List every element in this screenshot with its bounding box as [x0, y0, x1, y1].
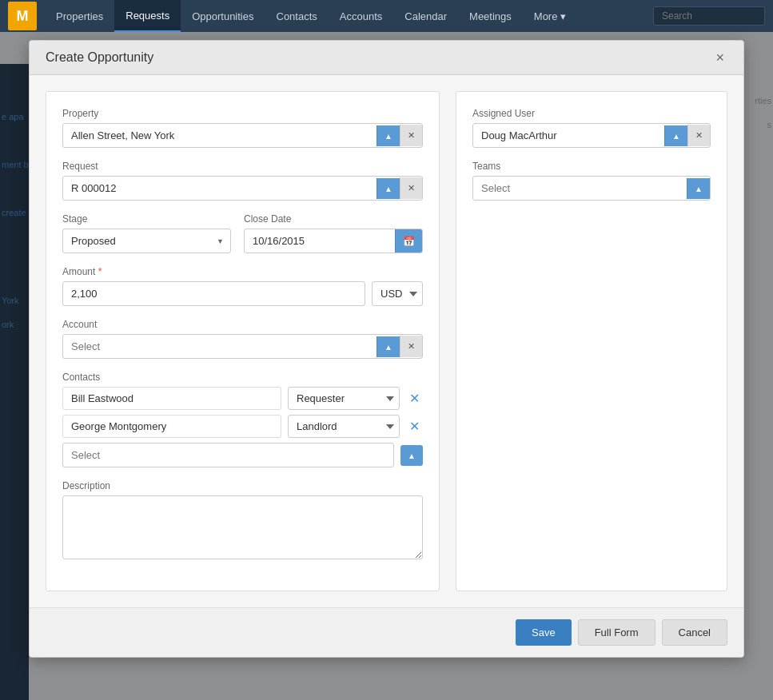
request-clear-button[interactable] [400, 177, 422, 199]
create-opportunity-modal: Create Opportunity × Property Reque [29, 40, 744, 658]
nav-more[interactable]: More ▾ [523, 0, 577, 32]
contacts-section: Contacts Requester Landlord Buyer Seller… [62, 372, 423, 467]
contacts-label: Contacts [62, 372, 423, 383]
request-label: Request [62, 161, 423, 172]
teams-group: Teams [472, 161, 711, 201]
account-group: Account [62, 319, 423, 359]
times-icon-3 [408, 341, 415, 352]
teams-input-wrapper [472, 176, 711, 201]
up-arrow-icon [385, 131, 392, 141]
stage-label: Stage [62, 213, 231, 225]
stage-date-row: Stage Proposed Qualified Closed Won Clos… [62, 213, 423, 266]
request-input[interactable] [63, 177, 377, 200]
close-date-group: Close Date 📅 [244, 213, 423, 253]
contact-add-button[interactable] [400, 445, 423, 466]
teams-label: Teams [472, 161, 711, 172]
close-button[interactable]: × [712, 50, 727, 65]
stage-select[interactable]: Proposed Qualified Closed Won Closed Los… [63, 229, 230, 253]
close-date-label: Close Date [244, 213, 423, 225]
contact-remove-2[interactable]: ✕ [406, 419, 423, 434]
nav-properties[interactable]: Properties [45, 0, 114, 32]
assigned-user-group: Assigned User [472, 108, 711, 148]
nav-calendar[interactable]: Calendar [393, 0, 458, 32]
assigned-user-clear-button[interactable] [687, 125, 710, 146]
property-input-wrapper [62, 123, 423, 148]
assigned-user-label: Assigned User [472, 108, 711, 119]
description-label: Description [62, 480, 423, 491]
request-up-button[interactable] [377, 178, 400, 199]
request-group: Request [62, 161, 423, 201]
contact-row-2: Requester Landlord Buyer Seller ✕ [62, 415, 423, 438]
contact-name-1[interactable] [62, 387, 281, 410]
description-group: Description [62, 480, 423, 562]
up-arrow-icon-3 [385, 342, 392, 352]
save-button[interactable]: Save [516, 619, 572, 646]
nav-items: Properties Requests Opportunities Contac… [45, 0, 653, 32]
teams-up-button[interactable] [687, 178, 710, 199]
nav-meetings[interactable]: Meetings [458, 0, 523, 32]
up-arrow-icon-2 [385, 184, 392, 193]
amount-input[interactable] [62, 281, 365, 306]
account-up-button[interactable] [377, 336, 400, 357]
modal-title: Create Opportunity [46, 50, 153, 65]
nav-accounts[interactable]: Accounts [329, 0, 393, 32]
contact-role-1[interactable]: Requester Landlord Buyer Seller [288, 387, 400, 410]
property-input[interactable] [63, 124, 377, 147]
up-arrow-icon-5 [672, 131, 680, 141]
account-clear-button[interactable] [400, 336, 422, 357]
contact-remove-1[interactable]: ✕ [406, 391, 423, 406]
search-input[interactable] [653, 6, 765, 26]
assigned-user-up-button[interactable] [664, 125, 687, 146]
property-up-button[interactable] [377, 125, 400, 146]
nav-opportunities[interactable]: Opportunities [181, 0, 265, 32]
account-label: Account [62, 319, 423, 330]
close-date-input-wrapper: 📅 [244, 229, 423, 253]
times-icon [408, 130, 415, 141]
calendar-button[interactable]: 📅 [395, 229, 422, 253]
cancel-button[interactable]: Cancel [662, 619, 727, 646]
close-date-input[interactable] [245, 229, 395, 253]
stage-group: Stage Proposed Qualified Closed Won Clos… [62, 213, 231, 253]
assigned-user-input[interactable] [473, 124, 664, 147]
contact-add-row [62, 443, 423, 467]
modal-footer: Save Full Form Cancel [30, 607, 743, 657]
property-label: Property [62, 108, 423, 119]
required-indicator: * [98, 266, 102, 277]
full-form-button[interactable]: Full Form [578, 619, 655, 646]
property-clear-button[interactable] [400, 125, 422, 146]
modal-header: Create Opportunity × [30, 41, 743, 75]
modal-overlay: Create Opportunity × Property Reque [0, 32, 773, 700]
contact-add-input[interactable] [62, 443, 394, 467]
description-textarea[interactable] [62, 495, 423, 559]
times-icon-5 [695, 130, 703, 141]
currency-select[interactable]: USD EUR GBP [372, 281, 423, 306]
left-panel: Property Request [46, 91, 440, 591]
nav-requests[interactable]: Requests [114, 0, 181, 32]
right-panel: Assigned User Teams [456, 91, 727, 591]
request-input-wrapper [62, 176, 423, 201]
property-group: Property [62, 108, 423, 148]
contact-row-1: Requester Landlord Buyer Seller ✕ [62, 387, 423, 410]
app-logo: M [8, 2, 37, 30]
amount-label: Amount * [62, 266, 423, 277]
teams-input[interactable] [473, 177, 687, 200]
stage-select-wrapper: Proposed Qualified Closed Won Closed Los… [62, 229, 231, 253]
amount-group: Amount * USD EUR GBP [62, 266, 423, 306]
up-arrow-icon-4 [408, 451, 416, 460]
modal-body: Property Request [30, 75, 743, 607]
account-input[interactable] [63, 335, 377, 358]
contact-role-2[interactable]: Requester Landlord Buyer Seller [288, 415, 400, 438]
calendar-icon: 📅 [403, 236, 415, 247]
account-input-wrapper [62, 334, 423, 359]
up-arrow-icon-6 [695, 184, 703, 193]
amount-row: USD EUR GBP [62, 281, 423, 306]
contact-name-2[interactable] [62, 415, 281, 438]
top-nav: M Properties Requests Opportunities Cont… [0, 0, 773, 32]
times-icon-2 [408, 183, 415, 193]
assigned-user-input-wrapper [472, 123, 711, 148]
nav-contacts[interactable]: Contacts [265, 0, 329, 32]
